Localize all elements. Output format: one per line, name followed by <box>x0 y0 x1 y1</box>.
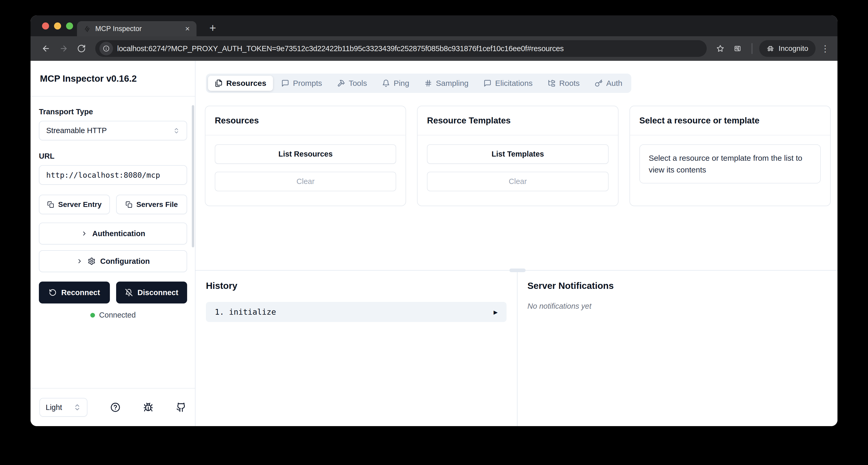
list-resources-button[interactable]: List Resources <box>215 144 396 164</box>
browser-tabstrip: MCP Inspector × + <box>31 16 837 36</box>
servers-file-button[interactable]: Servers File <box>116 195 187 214</box>
configuration-toggle[interactable]: Configuration <box>39 250 187 272</box>
side-panel-search-icon[interactable] <box>730 41 745 56</box>
help-circle-icon <box>111 402 120 412</box>
hammer-icon <box>337 79 345 87</box>
copy-icon <box>126 201 132 208</box>
close-tab-icon[interactable]: × <box>185 25 190 33</box>
close-window-button[interactable] <box>42 23 49 30</box>
tab-label: Roots <box>559 79 580 88</box>
clear-templates-button[interactable]: Clear <box>427 172 608 191</box>
tab-label: Elicitations <box>495 79 532 88</box>
main-area: Resources Prompts Tools Ping Sampling <box>195 61 837 426</box>
status-text: Connected <box>99 311 136 319</box>
tab-label: Sampling <box>436 79 468 88</box>
url-text[interactable]: localhost:6274/?MCP_PROXY_AUTH_TOKEN=9e7… <box>117 44 564 53</box>
copy-icon <box>47 201 54 208</box>
server-notifications-pane: Server Notifications No notifications ye… <box>518 271 837 426</box>
tab-tools[interactable]: Tools <box>331 76 374 91</box>
tab-elicitations[interactable]: Elicitations <box>477 76 539 91</box>
theme-select[interactable]: Light <box>39 398 87 417</box>
transport-type-value: Streamable HTTP <box>46 126 107 135</box>
tab-ping[interactable]: Ping <box>375 76 416 91</box>
status-dot <box>90 313 95 317</box>
reload-button[interactable] <box>74 41 89 56</box>
list-templates-button[interactable]: List Templates <box>427 144 608 164</box>
minimize-window-button[interactable] <box>54 23 61 30</box>
window-controls <box>42 16 73 36</box>
tab-auth[interactable]: Auth <box>588 76 629 91</box>
url-input-value: http://localhost:8080/mcp <box>46 170 160 180</box>
chevrons-up-down-icon <box>73 403 81 411</box>
notifications-empty-text: No notifications yet <box>527 302 837 311</box>
page-content: MCP Inspector v0.16.2 Transport Type Str… <box>31 61 837 426</box>
resource-preview-panel: Select a resource or template Select a r… <box>629 106 831 206</box>
server-notifications-title: Server Notifications <box>527 280 837 291</box>
theme-value: Light <box>46 403 62 412</box>
tab-resources[interactable]: Resources <box>208 76 273 91</box>
history-pane: History 1. initialize ▶ <box>195 271 518 426</box>
disconnect-button[interactable]: Disconnect <box>116 282 187 304</box>
reconnect-button[interactable]: Reconnect <box>39 282 110 304</box>
tab-label: Prompts <box>293 79 322 88</box>
tab-prompts[interactable]: Prompts <box>275 76 329 91</box>
url-label: URL <box>39 152 187 160</box>
resources-panel: Resources List Resources Clear <box>205 106 406 206</box>
message-square-icon <box>484 79 491 87</box>
bug-icon <box>143 402 153 412</box>
feature-tabs: Resources Prompts Tools Ping Sampling <box>206 73 631 93</box>
chevrons-up-down-icon <box>173 127 180 134</box>
app-title: MCP Inspector v0.16.2 <box>31 61 195 97</box>
bell-off-icon <box>125 288 133 297</box>
servers-file-label: Servers File <box>136 200 178 209</box>
new-tab-button[interactable]: + <box>206 21 219 35</box>
message-square-icon <box>281 79 289 87</box>
chevron-right-icon <box>81 230 88 237</box>
sidebar-scrollbar[interactable] <box>192 105 194 247</box>
authentication-label: Authentication <box>92 229 145 238</box>
tab-sampling[interactable]: Sampling <box>417 76 475 91</box>
chevron-right-icon <box>76 258 83 265</box>
clear-resources-button[interactable]: Clear <box>215 172 396 191</box>
server-entry-button[interactable]: Server Entry <box>39 195 110 214</box>
github-button[interactable] <box>176 402 186 412</box>
resource-templates-panel: Resource Templates List Templates Clear <box>417 106 618 206</box>
expand-icon[interactable]: ▶ <box>494 308 498 316</box>
address-bar[interactable]: localhost:6274/?MCP_PROXY_AUTH_TOKEN=9e7… <box>95 40 707 57</box>
tab-label: Auth <box>606 79 622 88</box>
tab-label: Resources <box>226 79 266 88</box>
resource-preview-title: Select a resource or template <box>630 106 830 135</box>
server-entry-label: Server Entry <box>58 200 102 209</box>
mcp-favicon-icon <box>84 25 91 32</box>
toolbar-divider <box>752 43 752 54</box>
zoom-window-button[interactable] <box>66 23 73 30</box>
browser-tab[interactable]: MCP Inspector × <box>77 21 196 36</box>
browser-toolbar: localhost:6274/?MCP_PROXY_AUTH_TOKEN=9e7… <box>31 36 837 61</box>
files-icon <box>215 79 223 87</box>
url-input[interactable]: http://localhost:8080/mcp <box>39 165 187 185</box>
bell-icon <box>382 79 390 87</box>
disconnect-label: Disconnect <box>137 288 178 297</box>
site-info-icon[interactable] <box>99 42 113 55</box>
back-button[interactable] <box>38 41 54 56</box>
tab-title: MCP Inspector <box>95 25 180 33</box>
folder-tree-icon <box>548 79 556 87</box>
browser-menu-button[interactable]: ⋮ <box>821 43 830 54</box>
transport-type-select[interactable]: Streamable HTTP <box>39 121 187 141</box>
forward-button[interactable] <box>56 41 71 56</box>
tab-roots[interactable]: Roots <box>541 76 586 91</box>
sidebar-footer: Light <box>31 388 195 426</box>
incognito-label: Incognito <box>778 44 808 53</box>
incognito-icon <box>767 44 774 53</box>
reconnect-label: Reconnect <box>61 288 100 297</box>
authentication-toggle[interactable]: Authentication <box>39 223 187 245</box>
resource-preview-placeholder: Select a resource or template from the l… <box>640 144 821 183</box>
hash-icon <box>424 79 432 87</box>
bookmark-star-icon[interactable] <box>713 41 727 56</box>
help-button[interactable] <box>111 402 120 412</box>
resources-panel-title: Resources <box>206 106 406 135</box>
report-bug-button[interactable] <box>143 402 153 412</box>
gear-icon <box>88 257 95 265</box>
configuration-label: Configuration <box>100 257 150 266</box>
history-item-initialize[interactable]: 1. initialize ▶ <box>206 302 506 322</box>
